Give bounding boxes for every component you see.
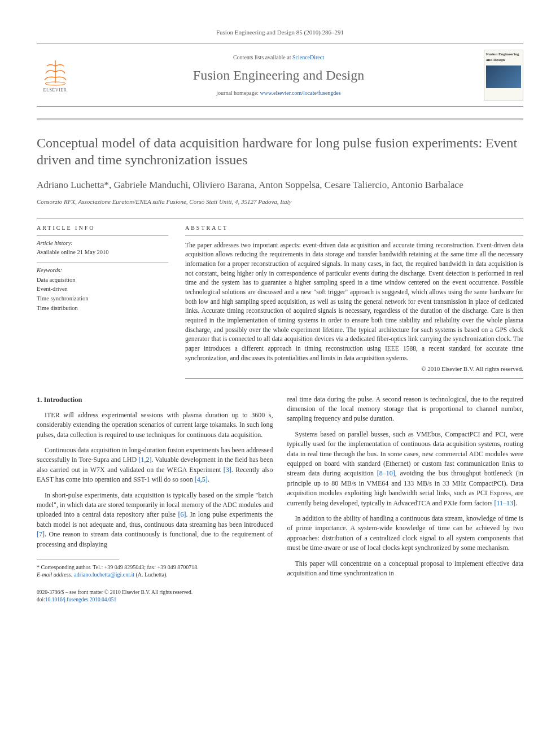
history-label: Article history:	[37, 239, 168, 248]
article-info-label: ARTICLE INFO	[37, 224, 168, 232]
citation-link[interactable]: [7]	[37, 530, 45, 538]
sciencedirect-link[interactable]: ScienceDirect	[292, 54, 324, 60]
keyword: Time distribution	[37, 304, 168, 313]
footnote-corresponding: * Corresponding author. Tel.: +39 049 82…	[37, 563, 273, 571]
cover-title: Fusion Engineering and Design	[486, 52, 521, 63]
keywords-label: Keywords:	[37, 267, 168, 275]
publisher-name: ELSEVIER	[43, 87, 67, 93]
body-paragraph: In short-pulse experiments, data acquisi…	[37, 491, 273, 549]
masthead: ELSEVIER Contents lists available at Sci…	[37, 43, 523, 107]
doi-link[interactable]: 10.1016/j.fusengdes.2010.04.051	[45, 597, 116, 602]
keyword: Time synchronization	[37, 295, 168, 303]
body-paragraph: ITER will address experimental sessions …	[37, 410, 273, 440]
journal-title: Fusion Engineering and Design	[73, 66, 484, 85]
doi-prefix: doi:	[37, 597, 45, 602]
header-citation: Fusion Engineering and Design 85 (2010) …	[37, 28, 523, 37]
article-title: Conceptual model of data acquisition har…	[37, 134, 523, 168]
citation-link[interactable]: [4,5]	[195, 475, 208, 483]
keyword: Event-driven	[37, 285, 168, 294]
journal-cover-thumbnail: Fusion Engineering and Design	[484, 50, 523, 101]
email-link[interactable]: adriano.luchetta@igi.cnr.it	[74, 571, 134, 578]
footnote-rule	[37, 560, 119, 560]
body-paragraph: Systems based on parallel busses, such a…	[287, 430, 524, 508]
contents-line: Contents lists available at ScienceDirec…	[73, 54, 484, 62]
homepage-line: journal homepage: www.elsevier.com/locat…	[73, 89, 484, 97]
citation-link[interactable]: [1,2]	[138, 456, 151, 464]
section-number: 1.	[37, 396, 42, 404]
keyword: Data acquisition	[37, 276, 168, 285]
email-suffix: (A. Luchetta).	[134, 571, 168, 578]
history-text: Available online 21 May 2010	[37, 248, 168, 257]
elsevier-tree-icon	[41, 58, 69, 86]
section-heading: 1. Introduction	[37, 395, 273, 405]
footnote-email: E-mail address: adriano.luchetta@igi.cnr…	[37, 571, 273, 579]
citation-link[interactable]: [6]	[178, 510, 186, 518]
homepage-prefix: journal homepage:	[216, 90, 260, 96]
authors: Adriano Luchetta*, Gabriele Manduchi, Ol…	[37, 178, 523, 192]
body-paragraph: In addition to the ability of handling a…	[287, 514, 524, 553]
body-paragraph: real time data during the pulse. A secon…	[287, 395, 524, 424]
accent-rule	[37, 118, 523, 120]
footer-doi: doi:10.1016/j.fusengdes.2010.04.051	[37, 596, 273, 604]
homepage-link[interactable]: www.elsevier.com/locate/fusengdes	[260, 90, 341, 96]
divider	[37, 218, 523, 219]
abstract-copyright: © 2010 Elsevier B.V. All rights reserved…	[185, 365, 523, 373]
body-paragraph: Continuous data acquisition in long-dura…	[37, 445, 273, 485]
citation-link[interactable]: [8–10]	[377, 469, 395, 477]
section-title: Introduction	[44, 396, 82, 404]
footer-line1: 0920-3796/$ – see front matter © 2010 El…	[37, 589, 273, 596]
citation-link[interactable]: [3]	[224, 466, 231, 474]
citation-link[interactable]: [11–13]	[494, 499, 515, 507]
abstract-text: The paper addresses two important aspect…	[185, 241, 523, 363]
cover-image-icon	[486, 65, 521, 88]
email-label: E-mail address:	[37, 571, 74, 578]
abstract-label: ABSTRACT	[185, 224, 523, 232]
affiliation: Consorzio RFX, Associazione Euratom/ENEA…	[37, 198, 523, 206]
body-paragraph: This paper will concentrate on a concept…	[287, 559, 524, 579]
contents-prefix: Contents lists available at	[233, 54, 292, 60]
publisher-logo: ELSEVIER	[37, 54, 73, 97]
